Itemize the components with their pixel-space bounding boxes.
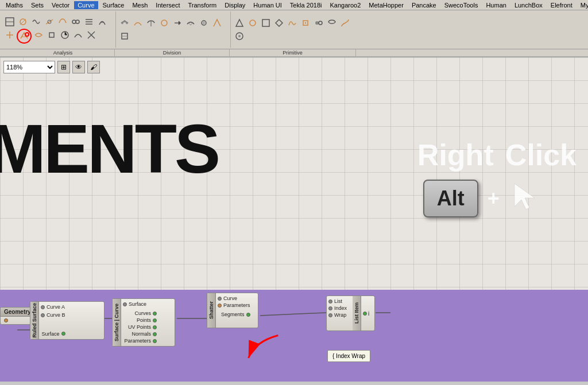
- menu-display[interactable]: Display: [221, 1, 249, 9]
- points-out-label: Points: [137, 317, 151, 323]
- tb-btn-highlighted[interactable]: [17, 29, 32, 44]
- svg-point-25: [319, 21, 322, 25]
- svg-point-24: [315, 21, 319, 25]
- surface-curve-node[interactable]: Surface | Curve Surface Curves Points: [112, 298, 175, 347]
- tb-btn-10[interactable]: [32, 29, 45, 41]
- menu-pancake[interactable]: Pancake: [408, 1, 440, 9]
- svg-rect-23: [262, 20, 269, 26]
- click-word: Click: [505, 138, 577, 172]
- cursor-icon: [509, 178, 543, 219]
- prim-btn-7[interactable]: [312, 17, 325, 29]
- segments-out-label: Segments: [221, 312, 245, 317]
- menu-lunchbox[interactable]: LunchBox: [511, 1, 546, 9]
- ruled-surface-node[interactable]: Ruled Surface Curve A Curve B Surface: [30, 301, 105, 340]
- menu-sets[interactable]: Sets: [28, 1, 47, 9]
- div-btn-5[interactable]: [171, 17, 184, 29]
- div-btn-6[interactable]: [184, 17, 197, 29]
- points-out-port: Points: [123, 317, 157, 324]
- menu-mesh[interactable]: Mesh: [129, 1, 151, 9]
- tb-btn-8[interactable]: [96, 15, 109, 28]
- svg-point-16: [161, 20, 167, 26]
- menu-transform[interactable]: Transform: [185, 1, 220, 9]
- prim-btn-5[interactable]: [286, 17, 299, 29]
- eye-icon[interactable]: 👁: [72, 61, 85, 73]
- prim-btn-1[interactable]: [233, 17, 246, 29]
- div-btn-3[interactable]: [145, 17, 157, 29]
- div-btn-1[interactable]: [118, 17, 131, 29]
- tb-btn-4[interactable]: [43, 15, 56, 28]
- toolbar-section-analysis: [1, 11, 116, 48]
- prim-btn-8[interactable]: [326, 17, 338, 29]
- paint-icon[interactable]: 🖌: [87, 61, 100, 73]
- label-primitive: Primitive: [230, 49, 356, 56]
- surface-out-port: Surface: [41, 330, 65, 337]
- curve-b-port: Curve B: [41, 312, 65, 318]
- shatter-label: Shatter: [207, 293, 216, 328]
- menu-swecotools[interactable]: SwecoTools: [441, 1, 482, 9]
- div-btn-2[interactable]: [131, 17, 144, 29]
- menu-tekla[interactable]: Tekla 2018i: [287, 1, 326, 9]
- surface-out-dot: [61, 332, 65, 336]
- svg-point-27: [238, 35, 241, 37]
- ruled-surface-title: Ruled Surface: [32, 303, 37, 338]
- menu-kangaroo[interactable]: Kangaroo2: [327, 1, 365, 9]
- shatter-node[interactable]: Shatter Curve Parameters Segments: [207, 293, 258, 328]
- tb-btn-2[interactable]: [17, 15, 29, 28]
- prim-btn-10[interactable]: [233, 30, 246, 42]
- div-btn-8[interactable]: [211, 17, 223, 29]
- menu-metahopper[interactable]: MetaHopper: [365, 1, 407, 9]
- canvas-area: 50% 75% 100% 118% 150% 200% ⊞ 👁 🖌 MENTS …: [0, 57, 588, 382]
- curve-b-label: Curve B: [47, 312, 65, 318]
- wrap-in-label: Wrap: [334, 312, 346, 318]
- index-wrap-text: { Index Wrap: [332, 353, 365, 359]
- div-btn-4[interactable]: [158, 17, 171, 29]
- menu-curve[interactable]: Curve: [74, 1, 98, 9]
- tb-btn-11[interactable]: [45, 29, 58, 41]
- prim-btn-3[interactable]: [260, 17, 272, 29]
- points-out-dot: [153, 318, 157, 322]
- normals-out-port: Normals: [123, 330, 157, 337]
- wrap-in-port: Wrap: [328, 312, 351, 318]
- list-in-label: List: [334, 298, 342, 304]
- prim-btn-2[interactable]: [246, 17, 259, 29]
- ments-text: MENTS: [0, 109, 218, 188]
- tb-btn-9[interactable]: [3, 29, 16, 41]
- tb-btn-12[interactable]: [59, 29, 71, 41]
- tb-btn-13[interactable]: [72, 29, 84, 41]
- menu-human-ui[interactable]: Human UI: [250, 1, 285, 9]
- tb-btn-1[interactable]: [3, 15, 16, 28]
- uvpoints-out-port: UV Points: [123, 324, 157, 330]
- tb-btn-7[interactable]: [83, 15, 95, 28]
- parameters-out-port: Parameters: [123, 337, 157, 344]
- list-item-node[interactable]: List Index Wrap List Item i: [326, 295, 375, 331]
- zoom-select[interactable]: 50% 75% 100% 118% 150% 200%: [3, 61, 55, 73]
- segments-out-port: Segments: [218, 311, 250, 318]
- svg-point-13: [123, 20, 126, 22]
- menu-vector[interactable]: Vector: [48, 1, 73, 9]
- list-item-out-dot: [363, 312, 367, 316]
- tb-btn-5[interactable]: [56, 15, 69, 28]
- menu-surface[interactable]: Surface: [99, 1, 128, 9]
- menu-elefront[interactable]: Elefront: [547, 1, 576, 9]
- prim-btn-4[interactable]: [273, 17, 285, 29]
- div-btn-9[interactable]: [118, 30, 131, 42]
- tb-btn-14[interactable]: [85, 29, 98, 41]
- params-in-port: Parameters: [218, 302, 250, 309]
- prim-btn-9[interactable]: [339, 17, 351, 29]
- curves-out-label: Curves: [134, 310, 151, 316]
- menu-maths[interactable]: Maths: [2, 1, 26, 9]
- prim-btn-6[interactable]: [299, 17, 312, 29]
- curve-in-dot: [218, 297, 222, 301]
- tb-btn-6[interactable]: [69, 15, 82, 28]
- menu-intersect[interactable]: Intersect: [152, 1, 183, 9]
- list-item-title: List Item: [354, 302, 359, 324]
- list-in-dot: [328, 300, 332, 304]
- menu-human[interactable]: Human: [482, 1, 509, 9]
- zoom-frame-icon[interactable]: ⊞: [57, 61, 70, 73]
- div-btn-7[interactable]: [198, 17, 210, 29]
- right-word: Right: [417, 138, 494, 172]
- curve-in-port: Curve: [218, 295, 250, 302]
- tb-btn-3[interactable]: [30, 15, 42, 28]
- params-in-label: Parameters: [223, 302, 250, 308]
- menu-mytekla[interactable]: MyTekla: [577, 1, 588, 9]
